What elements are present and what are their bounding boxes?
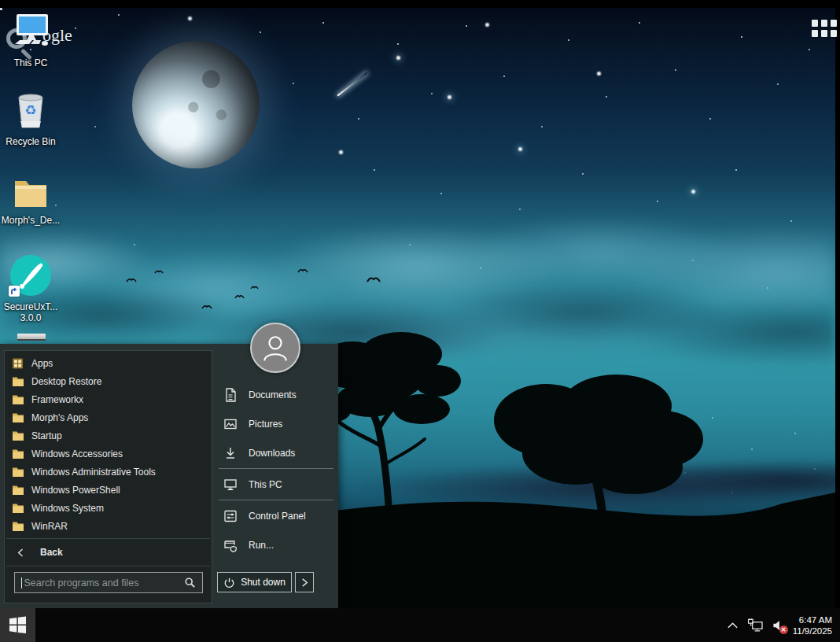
folder-label: Windows Accessories bbox=[31, 448, 123, 459]
search-icon bbox=[184, 577, 196, 588]
folder-label: Morph's Apps bbox=[31, 412, 88, 423]
divider bbox=[6, 566, 210, 566]
svg-text:♻: ♻ bbox=[24, 102, 36, 118]
folder-icon bbox=[12, 484, 25, 496]
secureux-app-icon bbox=[10, 255, 51, 296]
user-icon bbox=[258, 330, 293, 365]
start-folder-windows-powershell[interactable]: Windows PowerShell bbox=[5, 481, 212, 499]
back-button[interactable]: Back bbox=[5, 542, 212, 563]
start-menu: Apps Desktop Restore Frameworkx Morph's … bbox=[0, 344, 338, 608]
start-folder-morphs-apps[interactable]: Morph's Apps bbox=[5, 408, 212, 426]
desktop-icon-label: SecureUxT... 3.0.0 bbox=[0, 301, 61, 323]
folder-label: Windows Administrative Tools bbox=[31, 467, 156, 478]
computer-icon bbox=[10, 13, 51, 52]
start-folder-frameworkx[interactable]: Frameworkx bbox=[5, 390, 212, 408]
partial-desktop-icon[interactable] bbox=[17, 334, 46, 341]
shutdown-button[interactable]: Shut down bbox=[217, 572, 292, 592]
app-launcher-grid-icon[interactable] bbox=[812, 20, 837, 37]
network-icon[interactable] bbox=[747, 618, 764, 632]
menu-item-run[interactable]: Run... bbox=[212, 530, 338, 559]
windows-logo-icon bbox=[9, 616, 27, 634]
recycle-bin-icon: ♻ bbox=[13, 91, 48, 131]
start-menu-places-panel: Documents Pictures Downloads bbox=[212, 344, 338, 608]
start-folder-startup[interactable]: Startup bbox=[5, 426, 212, 445]
text-caret bbox=[21, 577, 22, 588]
folder-icon bbox=[12, 502, 25, 514]
desktop-screen: ogle This PC ♻ Recycle Bin Morph's_De.. bbox=[0, 0, 840, 642]
desktop-icon-label: Recycle Bin bbox=[0, 136, 61, 147]
menu-item-label: Control Panel bbox=[249, 511, 306, 522]
start-button[interactable] bbox=[0, 608, 35, 642]
start-folder-winrar[interactable]: WinRAR bbox=[5, 517, 212, 535]
clock-time: 6:47 AM bbox=[793, 614, 832, 625]
chevron-right-icon bbox=[300, 577, 309, 588]
bright-stars bbox=[0, 8, 2, 10]
folder-icon bbox=[12, 448, 25, 459]
folder-icon bbox=[12, 466, 25, 478]
divider bbox=[6, 538, 210, 539]
bird-icon bbox=[154, 269, 164, 275]
menu-item-downloads[interactable]: Downloads bbox=[212, 438, 338, 467]
menu-item-this-pc[interactable]: This PC bbox=[212, 470, 338, 499]
taskbar-clock[interactable]: 6:47 AM 11/9/2025 bbox=[793, 614, 835, 636]
bird-icon bbox=[297, 268, 308, 274]
desktop-icon-morphs-folder[interactable]: Morph's_De... bbox=[0, 178, 61, 226]
search-input[interactable]: Search programs and files bbox=[14, 572, 203, 593]
bird-icon bbox=[234, 293, 245, 300]
start-folder-apps[interactable]: Apps bbox=[5, 354, 212, 372]
bird-icon bbox=[126, 277, 137, 283]
shortcut-arrow-icon bbox=[9, 286, 20, 297]
back-label: Back bbox=[40, 547, 63, 558]
folder-label: Apps bbox=[31, 358, 53, 369]
divider bbox=[219, 468, 333, 469]
menu-item-pictures[interactable]: Pictures bbox=[212, 409, 338, 438]
shooting-star bbox=[337, 72, 367, 96]
folder-icon bbox=[12, 430, 25, 441]
desktop-icon-label: This PC bbox=[0, 57, 61, 68]
clock-date: 11/9/2025 bbox=[793, 625, 832, 636]
moon bbox=[132, 41, 260, 168]
start-folder-windows-system[interactable]: Windows System bbox=[5, 499, 212, 517]
tray-overflow-chevron-icon[interactable] bbox=[727, 622, 739, 629]
folder-label: Windows System bbox=[31, 503, 104, 514]
desktop-icon-recycle-bin[interactable]: ♻ Recycle Bin bbox=[0, 91, 61, 147]
folder-label: Frameworkx bbox=[31, 394, 83, 405]
desktop-icon-label: Morph's_De... bbox=[0, 215, 61, 226]
menu-item-documents[interactable]: Documents bbox=[212, 380, 338, 409]
system-tray: ✕ 6:47 AM 11/9/2025 bbox=[727, 608, 835, 642]
menu-item-label: This PC bbox=[249, 479, 282, 490]
folder-list: Apps Desktop Restore Frameworkx Morph's … bbox=[5, 351, 212, 535]
divider bbox=[219, 500, 333, 500]
menu-item-control-panel[interactable]: Control Panel bbox=[212, 501, 338, 530]
chevron-left-icon bbox=[16, 548, 26, 558]
start-folder-windows-accessories[interactable]: Windows Accessories bbox=[5, 445, 212, 463]
mute-badge: ✕ bbox=[779, 625, 788, 634]
shutdown-label: Shut down bbox=[241, 577, 286, 588]
volume-muted-icon[interactable]: ✕ bbox=[772, 619, 784, 632]
bird-icon bbox=[250, 285, 259, 290]
menu-item-label: Pictures bbox=[249, 419, 282, 430]
start-folder-windows-admin-tools[interactable]: Windows Administrative Tools bbox=[5, 463, 212, 481]
folder-icon bbox=[12, 393, 25, 405]
folder-label: Desktop Restore bbox=[31, 376, 101, 387]
folder-label: Startup bbox=[31, 430, 62, 441]
desktop-icon-secureux[interactable]: SecureUxT... 3.0.0 bbox=[0, 255, 61, 323]
picture-icon bbox=[222, 416, 239, 432]
control-panel-icon bbox=[222, 508, 239, 524]
folder-label: Windows PowerShell bbox=[31, 485, 120, 496]
document-icon bbox=[222, 387, 239, 403]
power-icon bbox=[223, 577, 235, 588]
shutdown-options-button[interactable] bbox=[295, 572, 314, 592]
bird-icon bbox=[367, 275, 381, 284]
taskbar: ✕ 6:47 AM 11/9/2025 bbox=[0, 608, 840, 642]
folder-icon bbox=[12, 411, 25, 423]
desktop-icon-this-pc[interactable]: This PC bbox=[0, 13, 61, 68]
folder-icon bbox=[12, 520, 25, 532]
folder-label: WinRAR bbox=[31, 521, 68, 532]
folder-icon bbox=[13, 178, 49, 209]
run-icon bbox=[222, 537, 239, 553]
user-avatar[interactable] bbox=[250, 323, 300, 373]
start-menu-folder-panel: Apps Desktop Restore Frameworkx Morph's … bbox=[4, 350, 212, 603]
start-folder-desktop-restore[interactable]: Desktop Restore bbox=[5, 372, 212, 390]
search-placeholder: Search programs and files bbox=[24, 577, 184, 588]
